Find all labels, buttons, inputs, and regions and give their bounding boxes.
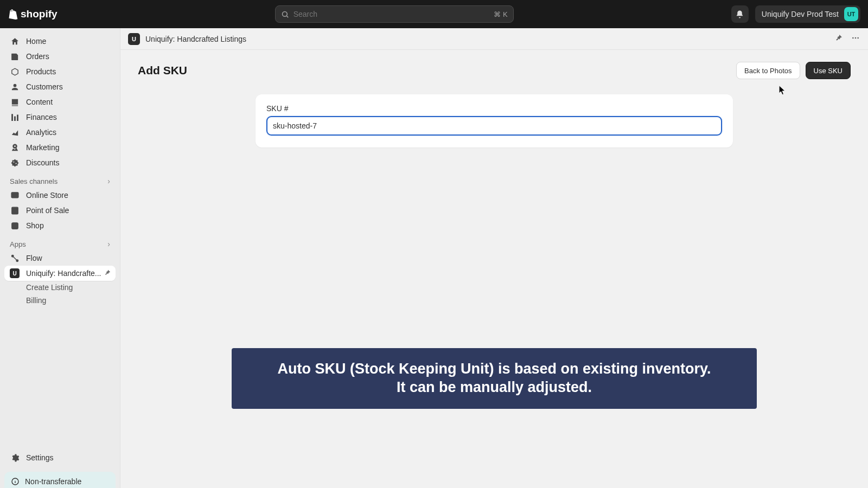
gear-icon <box>10 453 20 463</box>
nav-finances[interactable]: Finances <box>4 110 116 125</box>
page: Add SKU Back to Photos Use SKU SKU # Aut… <box>120 50 868 488</box>
nav-orders[interactable]: Orders <box>4 49 116 64</box>
nav-marketing[interactable]: Marketing <box>4 140 116 155</box>
nav-label: Finances <box>26 113 57 121</box>
logo-text: shopify <box>21 8 58 20</box>
finances-icon <box>10 112 20 122</box>
marketing-icon <box>10 143 20 152</box>
shopify-bag-icon <box>8 8 18 20</box>
search-icon <box>281 10 289 18</box>
sidebar: Home Orders Products Customers Content F… <box>0 28 120 488</box>
app-flow[interactable]: Flow <box>4 251 116 266</box>
nav-label: Marketing <box>26 143 59 152</box>
app-sub-billing[interactable]: Billing <box>4 294 116 307</box>
callout-line-2: It can be manually adjusted. <box>242 378 746 397</box>
uniquify-app-icon: U <box>128 33 140 45</box>
nontransferable-label: Non-transferable <box>25 477 81 486</box>
channel-pos[interactable]: Point of Sale <box>4 203 116 218</box>
sku-field-label: SKU # <box>266 104 722 113</box>
pos-icon <box>10 206 20 215</box>
sku-card: SKU # <box>256 94 733 147</box>
customers-icon <box>10 82 20 92</box>
nav-label: Content <box>26 98 53 106</box>
search-input[interactable] <box>293 10 490 18</box>
svg-point-7 <box>16 259 18 261</box>
svg-rect-4 <box>12 208 16 210</box>
store-name: Uniquify Dev Prod Test <box>762 10 839 18</box>
page-title: Add SKU <box>138 64 187 77</box>
info-callout: Auto SKU (Stock Keeping Unit) is based o… <box>232 348 757 409</box>
nav-label: Home <box>26 37 46 46</box>
channel-shop[interactable]: Shop <box>4 218 116 233</box>
nav-home[interactable]: Home <box>4 34 116 49</box>
section-label: Sales channels <box>10 177 58 185</box>
analytics-icon <box>10 127 20 137</box>
nav-label: Orders <box>26 52 49 61</box>
pin-button[interactable] <box>834 34 843 44</box>
main: U Uniquify: Handcrafted Listings Add SKU… <box>120 28 868 488</box>
apps-header[interactable]: Apps › <box>0 233 120 251</box>
sales-channels-header[interactable]: Sales channels › <box>0 170 120 188</box>
chevron-right-icon: › <box>107 240 110 248</box>
nav-label: Flow <box>26 254 42 262</box>
notifications-button[interactable] <box>731 5 749 23</box>
nav-label: Point of Sale <box>26 206 69 215</box>
nav-label: Settings <box>26 453 54 462</box>
info-icon <box>11 477 20 486</box>
svg-rect-5 <box>11 222 17 228</box>
home-icon <box>10 36 20 46</box>
dots-horizontal-icon <box>851 34 860 42</box>
back-to-photos-button[interactable]: Back to Photos <box>736 62 800 79</box>
svg-point-0 <box>282 11 287 16</box>
nav-label: Products <box>26 67 56 76</box>
svg-point-12 <box>855 37 857 39</box>
bell-icon <box>735 10 744 19</box>
search-kbd-hint: ⌘ K <box>494 10 507 18</box>
discounts-icon <box>10 158 20 168</box>
app-sub-create-listing[interactable]: Create Listing <box>4 281 116 294</box>
nav-label: Analytics <box>26 128 56 137</box>
nav-customers[interactable]: Customers <box>4 79 116 94</box>
cursor-icon <box>778 85 786 96</box>
app-bar: U Uniquify: Handcrafted Listings <box>120 28 868 50</box>
nav-discounts[interactable]: Discounts <box>4 155 116 170</box>
app-uniquify-active[interactable]: U Uniquify: Handcrafte... <box>4 266 116 281</box>
app-bar-title: Uniquify: Handcrafted Listings <box>145 35 246 43</box>
channel-online-store[interactable]: Online Store <box>4 188 116 203</box>
topbar: shopify ⌘ K Uniquify Dev Prod Test UT <box>0 0 868 28</box>
nontransferable-banner[interactable]: Non-transferable <box>4 472 116 488</box>
uniquify-app-icon: U <box>10 268 20 278</box>
content-icon <box>10 97 20 107</box>
chevron-right-icon: › <box>107 177 110 185</box>
shop-icon <box>10 221 20 230</box>
nav-products[interactable]: Products <box>4 64 116 79</box>
more-button[interactable] <box>851 34 860 44</box>
nav-settings[interactable]: Settings <box>4 450 116 465</box>
nav-label: Shop <box>26 221 44 230</box>
svg-rect-2 <box>11 192 18 197</box>
nav-analytics[interactable]: Analytics <box>4 125 116 140</box>
store-switcher[interactable]: Uniquify Dev Prod Test UT <box>755 5 860 23</box>
svg-point-6 <box>11 255 14 257</box>
callout-line-1: Auto SKU (Stock Keeping Unit) is based o… <box>242 360 746 378</box>
svg-line-1 <box>286 16 288 17</box>
nav-content[interactable]: Content <box>4 94 116 110</box>
shopify-logo[interactable]: shopify <box>8 8 58 20</box>
svg-point-11 <box>852 37 854 39</box>
avatar: UT <box>844 7 858 21</box>
nav-label: Create Listing <box>26 283 73 292</box>
flow-icon <box>10 253 20 263</box>
page-header: Add SKU Back to Photos Use SKU <box>131 59 857 87</box>
section-label: Apps <box>10 240 26 248</box>
nav-label: Online Store <box>26 191 68 200</box>
nav-label: Billing <box>26 296 46 305</box>
products-icon <box>10 67 20 76</box>
search-bar[interactable]: ⌘ K <box>275 5 514 23</box>
search-wrap: ⌘ K <box>64 5 725 23</box>
use-sku-button[interactable]: Use SKU <box>806 62 851 79</box>
pin-icon[interactable] <box>104 269 111 278</box>
nav-label: Discounts <box>26 158 59 167</box>
svg-point-13 <box>857 37 859 39</box>
orders-icon <box>10 52 20 61</box>
sku-input[interactable] <box>266 116 722 136</box>
